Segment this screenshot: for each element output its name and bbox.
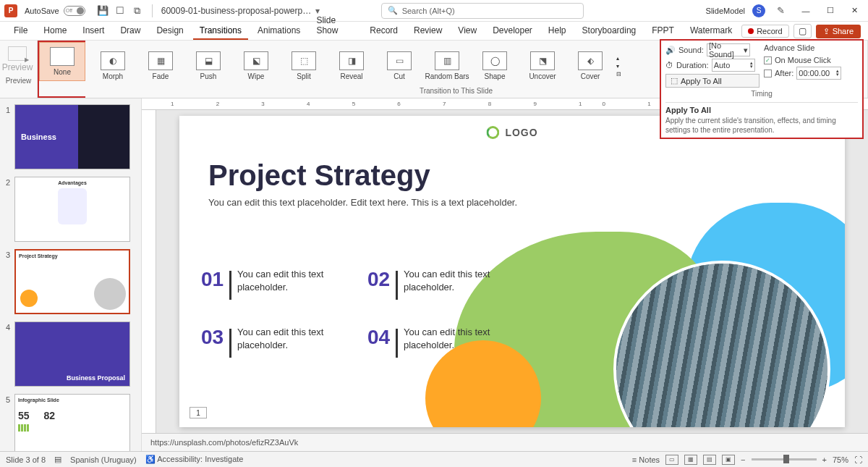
zoom-in-icon[interactable]: + <box>822 455 827 464</box>
slide-thumbnails: 1★Business 2★Advantages 3★Project Strate… <box>0 98 142 451</box>
tab-slideshow[interactable]: Slide Show <box>310 12 360 40</box>
gallery-more[interactable]: ▴▾⊟ <box>615 46 623 85</box>
tab-review[interactable]: Review <box>407 22 448 40</box>
clock-icon: ⏱ <box>665 61 673 70</box>
transition-uncover[interactable]: ⬔Uncover <box>519 46 566 85</box>
tab-animations[interactable]: Animations <box>251 22 307 40</box>
transition-morph[interactable]: ◐Morph <box>90 46 136 85</box>
zoom-out-icon[interactable]: − <box>741 455 745 464</box>
slide-item-04[interactable]: 04You can edit this text placeholder. <box>367 326 534 358</box>
spinner-icon: ▴▾ <box>836 70 839 77</box>
notes-button[interactable]: ≡ Notes <box>632 455 660 464</box>
slide-canvas-area: 1 2 3 4 5 6 7 8 9 10 11 12 LOGO Project … <box>142 98 868 451</box>
tab-watermark[interactable]: Watermark <box>684 22 739 40</box>
wipe-icon: ⬕ <box>244 51 268 70</box>
document-name[interactable]: 60009-01-business-proposal-powerp… <box>161 6 311 16</box>
maximize-icon[interactable]: ☐ <box>822 2 839 20</box>
tab-transitions[interactable]: Transitions <box>193 22 248 40</box>
tab-draw[interactable]: Draw <box>114 22 147 40</box>
slide-logo[interactable]: LOGO <box>486 126 537 139</box>
tab-home[interactable]: Home <box>37 22 73 40</box>
thumbnail-1[interactable]: ★Business <box>14 104 130 169</box>
present-icon[interactable]: ▢ <box>793 24 812 38</box>
randombars-icon: ▥ <box>435 51 459 70</box>
reading-view-icon[interactable]: ▤ <box>703 455 716 465</box>
powerpoint-icon: P <box>4 4 17 17</box>
vertical-ruler <box>142 110 156 433</box>
cover-icon: ⬖ <box>578 51 603 70</box>
zoom-level[interactable]: 75% <box>833 455 848 464</box>
slide-subtitle[interactable]: You can edit this text placeholder. Edit… <box>208 197 517 208</box>
tab-design[interactable]: Design <box>150 22 190 40</box>
slide-title[interactable]: Project Strategy <box>208 159 430 192</box>
share-button[interactable]: ⇪Share <box>816 25 861 38</box>
normal-view-icon[interactable]: ▭ <box>665 455 678 465</box>
toggle-off-icon[interactable]: Off <box>64 6 85 16</box>
account-name[interactable]: SlideModel <box>706 7 745 15</box>
accessibility-indicator[interactable]: ♿ Accessibility: Investigate <box>145 455 244 464</box>
slide-item-03[interactable]: 03You can edit this text placeholder. <box>201 326 367 358</box>
after-checkbox[interactable] <box>764 70 772 77</box>
apply-to-all-button[interactable]: ⬚Apply To All <box>665 74 760 88</box>
transition-cover[interactable]: ⬖Cover <box>567 46 613 85</box>
page-number[interactable]: 1 <box>190 407 207 418</box>
tab-fppt[interactable]: FPPT <box>645 22 681 40</box>
slide-indicator[interactable]: Slide 3 of 8 <box>6 455 46 464</box>
export-icon[interactable]: ☐ <box>113 4 127 18</box>
transition-wipe[interactable]: ⬕Wipe <box>233 46 279 85</box>
transition-fade[interactable]: ▦Fade <box>137 46 184 85</box>
pen-icon[interactable]: ✎ <box>774 4 788 18</box>
on-click-checkbox[interactable]: ✓ <box>764 56 772 64</box>
divider <box>152 4 153 17</box>
tab-storyboarding[interactable]: Storyboarding <box>576 22 643 40</box>
transition-randombars[interactable]: ▥Random Bars <box>424 46 470 85</box>
transition-push[interactable]: ⬓Push <box>185 46 231 85</box>
thumbnail-3[interactable]: ★Project Strategy <box>14 249 130 314</box>
fit-window-icon[interactable]: ⛶ <box>854 455 862 464</box>
save-icon[interactable]: 💾 <box>95 4 110 18</box>
notes-area[interactable]: https://unsplash.com/photos/efizRZ3AuVk <box>142 433 868 451</box>
tab-record[interactable]: Record <box>363 22 404 40</box>
slideshow-view-icon[interactable]: ▣ <box>722 455 735 465</box>
thumbnail-2[interactable]: ★Advantages <box>14 177 130 242</box>
notes-icon[interactable]: ▤ <box>54 455 61 464</box>
minimize-icon[interactable]: — <box>797 2 814 20</box>
ribbon: Preview Preview None ◐Morph ▦Fade ⬓Push … <box>0 41 868 98</box>
tab-view[interactable]: View <box>451 22 483 40</box>
transition-split[interactable]: ⬚Split <box>281 46 327 85</box>
share-icon: ⇪ <box>823 27 830 36</box>
title-bar: P AutoSave Off 💾 ☐ ⧉ 60009-01-business-p… <box>0 0 868 22</box>
transition-none[interactable]: None <box>39 42 85 81</box>
transition-cut[interactable]: ▭Cut <box>376 46 422 85</box>
morph-icon: ◐ <box>101 51 125 70</box>
zoom-slider[interactable] <box>752 458 817 460</box>
record-button[interactable]: Record <box>741 25 788 38</box>
search-placeholder: Search (Alt+Q) <box>402 7 455 15</box>
slide-item-02[interactable]: 02You can edit this text placeholder. <box>367 268 534 300</box>
transition-shape[interactable]: ◯Shape <box>472 46 518 85</box>
language-indicator[interactable]: Spanish (Uruguay) <box>70 455 137 464</box>
tab-help[interactable]: Help <box>542 22 573 40</box>
slide-item-01[interactable]: 01You can edit this text placeholder. <box>201 268 367 300</box>
thumbnail-5[interactable]: Infographic Slide5582 <box>14 394 130 451</box>
preview-button[interactable]: Preview <box>3 43 32 75</box>
grid-icon[interactable]: ⧉ <box>130 4 145 18</box>
tab-file[interactable]: File <box>7 22 34 40</box>
transition-reveal[interactable]: ◨Reveal <box>328 46 375 85</box>
spinner-icon: ▴▾ <box>750 62 753 69</box>
record-dot-icon <box>748 28 754 34</box>
tab-insert[interactable]: Insert <box>76 22 111 40</box>
duration-spinner[interactable]: Auto▴▾ <box>712 59 755 72</box>
sound-dropdown[interactable]: [No Sound]▾ <box>707 43 750 56</box>
slide-editor[interactable]: LOGO Project Strategy You can edit this … <box>179 116 845 427</box>
search-input[interactable]: 🔍 Search (Alt+Q) <box>381 3 584 19</box>
timing-panel: 🔊Sound:[No Sound]▾ ⏱Duration:Auto▴▾ ⬚App… <box>660 39 864 139</box>
user-avatar[interactable]: S <box>752 4 765 17</box>
preview-icon <box>8 46 27 61</box>
sorter-view-icon[interactable]: ▦ <box>684 455 697 465</box>
close-icon[interactable]: ✕ <box>846 2 864 20</box>
thumbnail-4[interactable]: Business Proposal <box>14 321 130 387</box>
tab-developer[interactable]: Developer <box>486 22 539 40</box>
autosave-toggle[interactable]: AutoSave Off <box>25 6 85 16</box>
after-spinner[interactable]: 00:00.00▴▾ <box>796 67 841 80</box>
